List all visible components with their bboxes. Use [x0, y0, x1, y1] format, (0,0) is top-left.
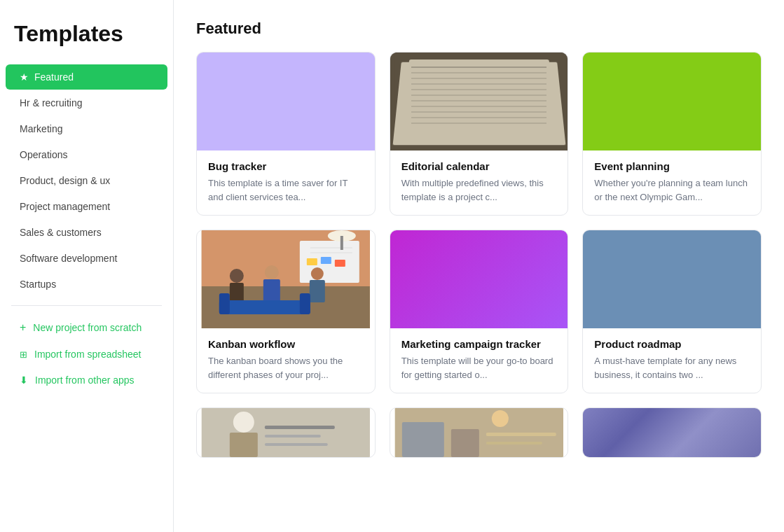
card-desc-editorial: With multiple predefined views, this tem… — [401, 176, 557, 204]
svg-rect-42 — [230, 433, 258, 457]
sidebar-nav: ★ Featured Hr & recruiting Marketing Ope… — [0, 64, 173, 297]
sidebar: Templates ★ Featured Hr & recruiting Mar… — [0, 0, 174, 532]
section-title: Featured — [196, 20, 762, 38]
svg-rect-52 — [486, 442, 542, 444]
svg-point-48 — [491, 410, 508, 427]
cards-grid: Bug tracker This template is a time save… — [196, 52, 762, 458]
card-image-marketing — [390, 230, 568, 328]
sidebar-divider — [11, 305, 162, 306]
svg-rect-0 — [394, 52, 563, 150]
card-image-product-roadmap — [583, 230, 761, 328]
svg-rect-3 — [482, 66, 538, 136]
import-apps-button[interactable]: ⬇ Import from other apps — [6, 368, 167, 393]
card-image-7 — [197, 408, 375, 457]
svg-rect-27 — [335, 260, 345, 267]
spreadsheet-icon: ⊞ — [20, 349, 27, 360]
sidebar-item-project-management[interactable]: Project management — [0, 194, 173, 219]
card-image-editorial — [390, 52, 568, 150]
sidebar-item-software-development[interactable]: Software development — [0, 246, 173, 271]
card-title-editorial: Editorial calendar — [401, 160, 557, 172]
card-product-roadmap[interactable]: Product roadmap A must-have template for… — [582, 230, 762, 393]
download-icon: ⬇ — [20, 374, 28, 386]
card-title-bug-tracker: Bug tracker — [208, 160, 364, 172]
card-title-marketing: Marketing campaign tracker — [401, 338, 557, 350]
sidebar-item-product-design-ux[interactable]: Product, design & ux — [0, 168, 173, 193]
card-event-planning[interactable]: Event planning Whether you're planning a… — [582, 52, 762, 216]
svg-rect-33 — [263, 279, 280, 304]
card-title-kanban: Kanban workflow — [208, 338, 364, 350]
card-9[interactable] — [582, 407, 762, 458]
svg-rect-50 — [451, 429, 479, 457]
svg-rect-25 — [307, 258, 317, 265]
card-desc-product-roadmap: A must-have template for any news busine… — [594, 354, 750, 382]
card-image-8 — [390, 408, 568, 457]
svg-rect-38 — [300, 293, 310, 314]
book-svg — [390, 52, 568, 150]
svg-rect-1 — [408, 59, 549, 144]
card-image-kanban — [197, 230, 375, 328]
card-image-bug-tracker — [197, 52, 375, 150]
card-title-event: Event planning — [594, 160, 750, 172]
card-bug-tracker[interactable]: Bug tracker This template is a time save… — [196, 52, 376, 216]
sidebar-item-marketing[interactable]: Marketing — [0, 116, 173, 141]
card-marketing-campaign[interactable]: Marketing campaign tracker This template… — [390, 230, 569, 393]
card-image-9 — [583, 408, 761, 457]
card-kanban-workflow[interactable]: Kanban workflow The kanban board shows y… — [196, 230, 376, 393]
svg-point-30 — [230, 269, 244, 283]
svg-rect-37 — [219, 293, 230, 314]
card-desc-kanban: The kanban board shows you the different… — [208, 354, 364, 382]
sidebar-item-featured[interactable]: ★ Featured — [0, 64, 173, 90]
new-project-button[interactable]: + New project from scratch — [6, 314, 167, 341]
svg-rect-29 — [341, 236, 343, 250]
main-content: Featured Bug tracker This template is a … — [174, 0, 784, 532]
svg-rect-26 — [321, 257, 331, 264]
svg-point-34 — [311, 267, 324, 280]
sidebar-item-sales-customers[interactable]: Sales & customers — [0, 220, 173, 245]
card-image-event — [583, 52, 761, 150]
svg-rect-40 — [202, 408, 370, 457]
card-editorial-calendar[interactable]: Editorial calendar With multiple predefi… — [390, 52, 569, 216]
svg-rect-44 — [265, 435, 321, 438]
svg-point-32 — [265, 265, 279, 279]
sidebar-item-startups[interactable]: Startups — [0, 272, 173, 297]
card-title-product-roadmap: Product roadmap — [594, 338, 750, 350]
svg-rect-51 — [486, 433, 556, 436]
card-desc-marketing: This template will be your go-to board f… — [401, 354, 557, 382]
page-title: Templates — [0, 14, 173, 64]
svg-rect-45 — [265, 443, 328, 446]
star-icon: ★ — [20, 71, 29, 83]
sidebar-item-hr-recruiting[interactable]: Hr & recruiting — [0, 90, 173, 115]
plus-icon: + — [20, 321, 26, 334]
card-desc-bug-tracker: This template is a time saver for IT and… — [208, 176, 364, 204]
card-desc-event: Whether you're planning a team lunch or … — [594, 176, 750, 204]
card-7[interactable] — [196, 407, 376, 458]
svg-rect-35 — [310, 280, 325, 302]
import-spreadsheet-button[interactable]: ⊞ Import from spreadsheet — [6, 342, 167, 367]
svg-rect-2 — [422, 66, 479, 136]
sidebar-item-operations[interactable]: Operations — [0, 142, 173, 167]
svg-rect-43 — [265, 426, 335, 429]
svg-point-41 — [233, 412, 254, 433]
card-8[interactable] — [390, 407, 569, 458]
svg-rect-49 — [401, 422, 443, 457]
svg-rect-36 — [219, 300, 310, 314]
